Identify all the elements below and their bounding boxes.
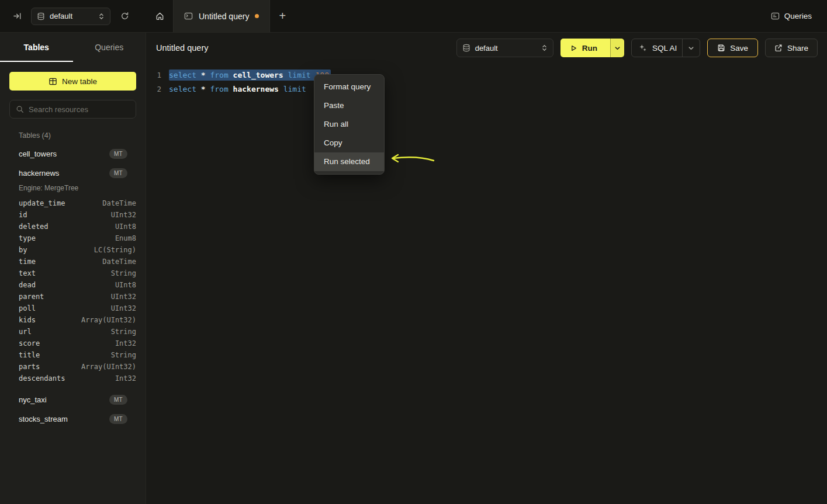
- header-database-selector-left: default: [462, 44, 498, 53]
- search-icon: [16, 105, 24, 113]
- column-name: id: [19, 211, 27, 219]
- column-type: Int32: [115, 339, 136, 347]
- engine-badge: MT: [109, 168, 127, 178]
- column-name: kids: [19, 316, 36, 324]
- column-name: title: [19, 351, 40, 359]
- sidebar-tab-queries[interactable]: Queries: [73, 33, 146, 62]
- topbar-tabs: Untitled query +: [146, 0, 771, 32]
- menu-item-format-query[interactable]: Format query: [314, 78, 384, 96]
- query-tab-icon: [184, 12, 193, 20]
- line-number: 1: [146, 71, 161, 79]
- table-name: cell_towers: [19, 150, 57, 158]
- run-split-button: Run: [560, 39, 624, 57]
- column-list: update_timeDateTimeidUInt32deletedUInt8t…: [9, 197, 136, 384]
- column-type: Int32: [115, 374, 136, 383]
- header-database-value: default: [475, 44, 498, 53]
- tables-section-label: Tables (4): [9, 131, 136, 140]
- column-name: parent: [19, 293, 44, 301]
- column-name: type: [19, 234, 36, 242]
- database-selector-left: default: [37, 12, 72, 20]
- new-tab-button[interactable]: +: [270, 0, 295, 32]
- menu-item-run-all[interactable]: Run all: [314, 115, 384, 134]
- sql-ai-button[interactable]: SQL AI: [631, 39, 700, 57]
- queries-label: Queries: [784, 12, 812, 20]
- save-label: Save: [730, 44, 748, 53]
- column-row: deadUInt8: [19, 279, 136, 291]
- engine-badge: MT: [109, 395, 127, 405]
- table-row[interactable]: cell_towersMT: [9, 144, 136, 164]
- column-row: deletedUInt8: [19, 221, 136, 232]
- column-type: Array(UInt32): [81, 316, 136, 324]
- new-table-button[interactable]: New table: [9, 72, 136, 91]
- column-name: parts: [19, 363, 40, 371]
- sql-editor[interactable]: 1select * from cell_towers limit 1002sel…: [146, 63, 827, 96]
- table-row[interactable]: hackernewsMT: [9, 164, 136, 183]
- column-row: byLC(String): [19, 244, 136, 256]
- code-text: select * from cell_towers limit 100: [169, 69, 331, 81]
- column-type: DateTime: [102, 258, 136, 266]
- collapse-sidebar-icon[interactable]: [13, 12, 22, 20]
- column-row: titleString: [19, 349, 136, 361]
- table-row[interactable]: nyc_taxiMT: [9, 390, 136, 409]
- menu-item-paste[interactable]: Paste: [314, 96, 384, 115]
- refresh-icon[interactable]: [120, 12, 129, 20]
- search-box[interactable]: [9, 100, 136, 119]
- annotation-arrow: [387, 151, 436, 167]
- page-title: Untitled query: [156, 43, 208, 53]
- column-type: UInt32: [111, 304, 136, 312]
- column-row: typeEnum8: [19, 232, 136, 244]
- column-type: String: [111, 328, 136, 336]
- table-engine-label: Engine: MergeTree: [9, 183, 136, 197]
- header-actions: default Run: [456, 39, 818, 57]
- header-database-selector[interactable]: default: [456, 39, 553, 57]
- column-row: timeDateTime: [19, 256, 136, 267]
- engine-badge: MT: [109, 414, 127, 424]
- tables-list: cell_towersMThackernewsMTEngine: MergeTr…: [9, 144, 136, 429]
- tab-label: Untitled query: [199, 12, 249, 21]
- table-row[interactable]: stocks_streamMT: [9, 409, 136, 429]
- chevron-down-icon: [688, 45, 694, 51]
- column-type: UInt32: [111, 293, 136, 301]
- column-name: descendants: [19, 374, 65, 383]
- column-row: idUInt32: [19, 209, 136, 221]
- column-type: UInt8: [115, 223, 136, 231]
- run-button[interactable]: Run: [560, 39, 610, 57]
- code-line: 2select * from hackernews limit: [146, 82, 827, 96]
- save-button[interactable]: Save: [707, 39, 758, 57]
- home-tab[interactable]: [146, 0, 173, 32]
- context-menu: Format queryPasteRun allCopyRun selected: [314, 74, 385, 175]
- column-name: url: [19, 328, 32, 336]
- home-icon: [155, 12, 164, 20]
- line-number: 2: [146, 85, 161, 93]
- save-icon: [717, 44, 725, 52]
- sidebar-tab-tables[interactable]: Tables: [0, 33, 73, 62]
- menu-item-run-selected[interactable]: Run selected: [314, 152, 384, 171]
- topbar: default Untitled query + Queri: [0, 0, 827, 33]
- sidebar: Tables Queries New table Tables (4) cell…: [0, 33, 146, 504]
- column-type: String: [111, 269, 136, 277]
- table-name: nyc_taxi: [19, 395, 47, 404]
- search-input[interactable]: [29, 105, 130, 114]
- run-label: Run: [582, 44, 597, 53]
- sparkle-icon: [639, 44, 647, 52]
- menu-item-copy[interactable]: Copy: [314, 134, 384, 152]
- run-options-button[interactable]: [610, 39, 624, 57]
- table-name: hackernews: [19, 169, 59, 178]
- chevron-down-icon: [614, 45, 621, 51]
- database-icon: [37, 12, 45, 20]
- column-name: text: [19, 269, 36, 277]
- database-selector[interactable]: default: [31, 8, 110, 25]
- code-line: 1select * from cell_towers limit 100: [146, 68, 827, 82]
- database-selector-value: default: [50, 12, 72, 20]
- database-icon: [462, 44, 470, 52]
- column-type: DateTime: [102, 199, 136, 207]
- column-name: dead: [19, 281, 36, 289]
- share-button[interactable]: Share: [765, 39, 818, 57]
- tab-untitled-query[interactable]: Untitled query: [173, 0, 270, 32]
- sidebar-body: New table Tables (4) cell_towersMThacker…: [0, 62, 146, 429]
- queries-button[interactable]: Queries: [771, 12, 812, 20]
- sidebar-tabs: Tables Queries: [0, 33, 146, 62]
- table-name: stocks_stream: [19, 415, 68, 423]
- queries-icon: [771, 12, 780, 20]
- table-grid-icon: [49, 77, 57, 86]
